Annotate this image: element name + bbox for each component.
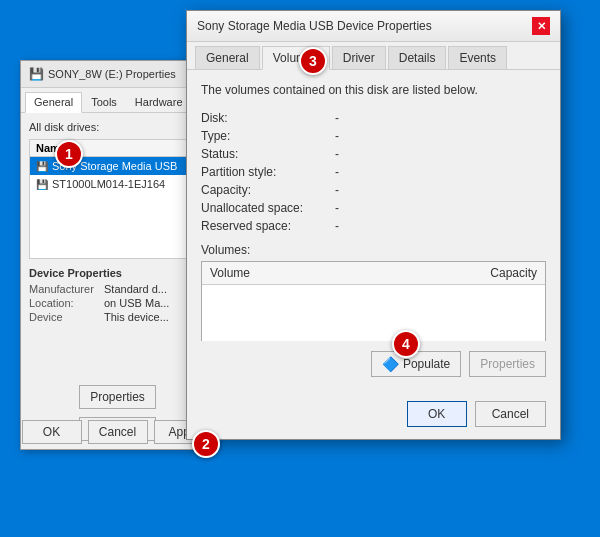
prop-label-location: Location: [29,297,104,309]
populate-icon: 🔷 [382,356,399,372]
disk-icon-2: 💾 [36,179,48,190]
populate-label: Populate [403,357,450,371]
field-label-type: Type: [201,129,331,143]
field-value-unallocated: - [335,201,546,215]
field-value-reserved: - [335,219,546,233]
field-value-partition: - [335,165,546,179]
volumes-table: Volume Capacity [201,261,546,341]
badge-2: 2 [192,430,220,458]
drive-icon: 💾 [29,67,44,81]
bg-tab-general[interactable]: General [25,92,82,113]
device-prop-manufacturer: Manufacturer Standard d... [29,283,206,295]
volumes-col-volume: Volume [210,266,250,280]
dialog-tab-events[interactable]: Events [448,46,507,69]
dialog-ok-button[interactable]: OK [407,401,467,427]
bg-cancel-button[interactable]: Cancel [88,420,148,444]
volumes-button-row: 🔷 Populate Properties [201,351,546,377]
disk-icon-1: 💾 [36,161,48,172]
badge-1: 1 [55,140,83,168]
prop-label-device: Device [29,311,104,323]
dialog-tab-general[interactable]: General [195,46,260,69]
volumes-col-capacity: Capacity [490,266,537,280]
badge-4: 4 [392,330,420,358]
field-label-capacity: Capacity: [201,183,331,197]
prop-value-manufacturer: Standard d... [104,283,167,295]
volumes-table-header: Volume Capacity [202,262,545,285]
dialog-title: Sony Storage Media USB Device Properties [197,19,432,33]
main-dialog: Sony Storage Media USB Device Properties… [186,10,561,440]
prop-value-location: on USB Ma... [104,297,169,309]
bg-properties-btn[interactable]: Properties [79,385,156,409]
bg-ok-button[interactable]: OK [22,420,82,444]
disk-item-label-2: ST1000LM014-1EJ164 [52,178,165,190]
device-prop-device: Device This device... [29,311,206,323]
dialog-content: The volumes contained on this disk are l… [187,70,560,389]
dialog-properties-button[interactable]: Properties [469,351,546,377]
dialog-description: The volumes contained on this disk are l… [201,82,546,99]
dialog-tab-details[interactable]: Details [388,46,447,69]
field-value-status: - [335,147,546,161]
field-value-type: - [335,129,546,143]
field-label-unallocated: Unallocated space: [201,201,331,215]
badge-3: 3 [299,47,327,75]
field-value-capacity: - [335,183,546,197]
populate-button[interactable]: 🔷 Populate [371,351,461,377]
bg-tab-tools[interactable]: Tools [82,92,126,112]
device-props-section: Device Properties Manufacturer Standard … [29,267,206,323]
dialog-footer: OK Cancel [187,401,560,427]
field-value-disk: - [335,111,546,125]
bg-section-title: All disk drives: [29,121,206,133]
bg-window-title: SONY_8W (E:) Properties [48,68,176,80]
dialog-cancel-button[interactable]: Cancel [475,401,546,427]
device-props-title: Device Properties [29,267,206,279]
field-label-reserved: Reserved space: [201,219,331,233]
dialog-tabs: General Volumes Driver Details Events [187,42,560,70]
field-label-disk: Disk: [201,111,331,125]
field-label-partition: Partition style: [201,165,331,179]
bg-tab-hardware[interactable]: Hardware [126,92,192,112]
dialog-close-button[interactable]: ✕ [532,17,550,35]
prop-value-device: This device... [104,311,169,323]
device-prop-location: Location: on USB Ma... [29,297,206,309]
dialog-titlebar: Sony Storage Media USB Device Properties… [187,11,560,42]
field-label-status: Status: [201,147,331,161]
volumes-label: Volumes: [201,243,546,257]
prop-label-manufacturer: Manufacturer [29,283,104,295]
info-grid: Disk: - Type: - Status: - Partition styl… [201,111,546,233]
disk-list-item-st[interactable]: 💾 ST1000LM014-1EJ164 [30,175,205,193]
dialog-tab-driver[interactable]: Driver [332,46,386,69]
volumes-table-body [202,285,545,341]
